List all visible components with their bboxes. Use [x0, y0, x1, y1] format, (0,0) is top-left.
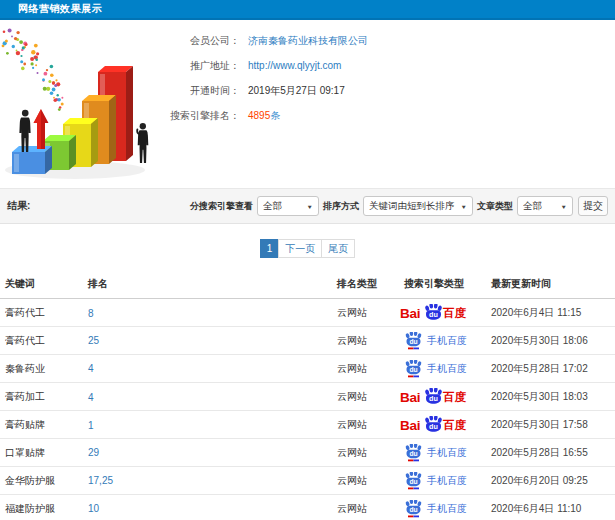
rank-type-cell: 云网站 — [337, 474, 400, 488]
account-info-list: 会员公司：济南秦鲁药业科技有限公司推广地址：http://www.qlyyjt.… — [0, 28, 470, 128]
engine-select[interactable]: 全部 ▼ — [257, 196, 319, 216]
engine-type-cell: Bai du 百度 — [400, 299, 490, 327]
svg-text:百度: 百度 — [442, 306, 467, 319]
table-row: 金华防护服 17,25 云网站 du 手机百度 2020年6月20日 09:25 — [0, 467, 615, 495]
mobile-baidu-label: 手机百度 — [427, 446, 467, 460]
rank-link[interactable]: 17,25 — [88, 475, 337, 486]
engine-type-cell: du 手机百度 — [400, 444, 490, 462]
rank-link[interactable]: 4 — [88, 363, 337, 374]
chevron-down-icon: ▼ — [307, 203, 313, 209]
col-header-rank-type: 排名类型 — [337, 277, 400, 291]
info-label: 开通时间： — [0, 84, 240, 98]
mobile-baidu-logo: du 手机百度 — [405, 444, 490, 462]
rank-type-cell: 云网站 — [337, 306, 400, 320]
info-value-link[interactable]: http://www.qlyyjt.com — [248, 60, 341, 71]
svg-text:du: du — [429, 422, 438, 431]
keyword-cell: 福建防护服 — [5, 502, 88, 516]
rank-link[interactable]: 29 — [88, 447, 337, 458]
svg-text:du: du — [429, 394, 438, 403]
rank-type-cell: 云网站 — [337, 390, 400, 404]
table-row: 秦鲁药业 4 云网站 du 手机百度 2020年5月28日 17:02 — [0, 355, 615, 383]
engine-type-cell: Bai du 百度 — [400, 383, 490, 411]
baidu-logo: Bai du 百度 — [400, 383, 490, 411]
rank-type-cell: 云网站 — [337, 334, 400, 348]
info-label: 推广地址： — [0, 59, 240, 73]
rank-link[interactable]: 25 — [88, 335, 337, 346]
window-titlebar: 网络营销效果展示 — [0, 0, 615, 20]
page-title: 网络营销效果展示 — [18, 3, 102, 14]
col-header-rank: 排名 — [88, 277, 337, 291]
info-label: 会员公司： — [0, 34, 240, 48]
engine-filter-label: 分搜索引擎查看 — [190, 200, 253, 213]
info-row: 会员公司：济南秦鲁药业科技有限公司 — [0, 28, 470, 53]
engine-type-cell: du 手机百度 — [400, 360, 490, 378]
info-label: 搜索引擎排名： — [0, 109, 240, 123]
table-header-row: 关键词 排名 排名类型 搜索引擎类型 最新更新时间 — [0, 270, 615, 299]
pagination: 1 下一页 尾页 — [0, 239, 615, 258]
info-value-link[interactable]: 济南秦鲁药业科技有限公司 — [248, 34, 368, 48]
update-time-cell: 2020年6月4日 11:15 — [490, 306, 615, 320]
article-type-select[interactable]: 全部 ▼ — [517, 196, 573, 216]
page-1-button[interactable]: 1 — [260, 239, 280, 258]
mobile-baidu-label: 手机百度 — [427, 474, 467, 488]
article-type-label: 文章类型 — [477, 200, 513, 213]
svg-text:du: du — [409, 450, 417, 457]
engine-type-cell: Bai du 百度 — [400, 411, 490, 439]
svg-text:百度: 百度 — [442, 390, 467, 403]
chevron-down-icon: ▼ — [561, 203, 567, 209]
sort-select[interactable]: 关键词由短到长排序 ▼ — [363, 196, 473, 216]
rank-type-cell: 云网站 — [337, 362, 400, 376]
svg-text:du: du — [429, 310, 438, 319]
svg-text:Bai: Bai — [400, 418, 420, 433]
baidu-paw-icon: du — [405, 472, 422, 490]
sort-select-value: 关键词由短到长排序 — [369, 200, 459, 213]
rank-type-cell: 云网站 — [337, 446, 400, 460]
keyword-cell: 膏药代工 — [5, 334, 88, 348]
svg-text:du: du — [409, 506, 417, 513]
mobile-baidu-label: 手机百度 — [427, 502, 467, 516]
svg-text:Bai: Bai — [400, 390, 420, 405]
col-header-engine-type: 搜索引擎类型 — [400, 277, 490, 291]
last-page-button[interactable]: 尾页 — [321, 239, 355, 258]
table-row: 膏药代工 8 云网站 Bai du 百度 2020年6月4日 11:15 — [0, 299, 615, 327]
svg-text:百度: 百度 — [442, 418, 467, 431]
svg-text:du: du — [409, 478, 417, 485]
update-time-cell: 2020年5月30日 18:06 — [490, 334, 615, 348]
article-type-select-value: 全部 — [523, 200, 559, 213]
keyword-cell: 膏药贴牌 — [5, 418, 88, 432]
table-row: 福建防护服 10 云网站 du 手机百度 2020年6月4日 11:10 — [0, 495, 615, 520]
table-row: 膏药加工 4 云网站 Bai du 百度 2020年5月30日 18:03 — [0, 383, 615, 411]
mobile-baidu-logo: du 手机百度 — [405, 472, 490, 490]
mobile-baidu-logo: du 手机百度 — [405, 500, 490, 518]
baidu-logo: Bai du 百度 — [400, 299, 490, 327]
filter-bar: 结果: 分搜索引擎查看 全部 ▼ 排序方式 关键词由短到长排序 ▼ 文章类型 全… — [0, 188, 615, 224]
rank-link[interactable]: 8 — [88, 308, 337, 319]
submit-button[interactable]: 提交 — [578, 196, 608, 216]
mobile-baidu-logo: du 手机百度 — [405, 360, 490, 378]
ranking-count-unit: 条 — [270, 110, 280, 121]
rank-type-cell: 云网站 — [337, 418, 400, 432]
sort-filter-label: 排序方式 — [323, 200, 359, 213]
rank-link[interactable]: 4 — [88, 392, 337, 403]
update-time-cell: 2020年6月4日 11:10 — [490, 502, 615, 516]
svg-text:du: du — [409, 366, 417, 373]
col-header-keyword: 关键词 — [5, 277, 88, 291]
keyword-cell: 膏药加工 — [5, 390, 88, 404]
info-row: 推广地址：http://www.qlyyjt.com — [0, 53, 470, 78]
baidu-paw-icon: du — [405, 360, 422, 378]
svg-text:Bai: Bai — [400, 306, 420, 321]
update-time-cell: 2020年5月28日 17:02 — [490, 362, 615, 376]
rank-link[interactable]: 10 — [88, 503, 337, 514]
info-row: 开通时间：2019年5月27日 09:17 — [0, 78, 470, 103]
keyword-cell: 口罩贴牌 — [5, 446, 88, 460]
info-value: 2019年5月27日 09:17 — [248, 84, 345, 98]
baidu-paw-icon: du — [405, 332, 422, 350]
filter-controls: 分搜索引擎查看 全部 ▼ 排序方式 关键词由短到长排序 ▼ 文章类型 全部 ▼ … — [186, 196, 608, 216]
update-time-cell: 2020年6月20日 09:25 — [490, 474, 615, 488]
rank-type-cell: 云网站 — [337, 502, 400, 516]
next-page-button[interactable]: 下一页 — [278, 239, 322, 258]
engine-type-cell: du 手机百度 — [400, 472, 490, 490]
rank-link[interactable]: 1 — [88, 420, 337, 431]
summary-section: 会员公司：济南秦鲁药业科技有限公司推广地址：http://www.qlyyjt.… — [0, 20, 615, 188]
table-row: 膏药贴牌 1 云网站 Bai du 百度 2020年5月30日 17:58 — [0, 411, 615, 439]
